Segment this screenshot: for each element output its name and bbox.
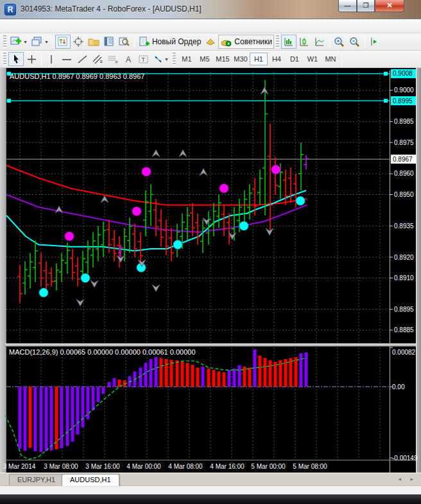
fibonacci-button[interactable]: F	[105, 52, 121, 66]
tab-eurjpy[interactable]: EURJPY,H1	[9, 474, 64, 485]
crosshair-tool-icon	[27, 55, 37, 64]
timeframe-m5[interactable]: M5	[196, 53, 214, 65]
signal-dot-cyan	[239, 221, 248, 230]
line-chart-button[interactable]	[312, 35, 327, 49]
macd-histogram-bar	[202, 367, 205, 387]
close-button[interactable]: ✕	[375, 0, 404, 12]
data-window-icon	[119, 37, 130, 47]
macd-header: MACD(12,26,9) 0.00065 0.00000 0.00000 0.…	[9, 348, 196, 356]
time-axis-label: 5 Mar 00:00	[251, 463, 286, 470]
macd-histogram-bar	[113, 378, 116, 387]
svg-text:T: T	[142, 56, 146, 63]
candlestick-button[interactable]	[296, 35, 312, 49]
minimize-button[interactable]: —	[338, 0, 357, 12]
macd-histogram-bar	[40, 387, 43, 452]
macd-histogram-bar	[186, 363, 189, 387]
standard-toolbar: ▼ ▼ Новый Ордер Сов	[0, 33, 421, 51]
tab-scroll-arrows[interactable]: ◂ ▸	[398, 476, 417, 482]
price-axis-label: 0.8920	[394, 254, 414, 261]
macd-histogram-bar	[223, 373, 226, 387]
restore-button[interactable]: ❐	[357, 0, 375, 12]
toolbar-grip[interactable]	[173, 53, 176, 65]
macd-histogram-bar	[170, 360, 173, 387]
svg-text:E: E	[100, 60, 103, 63]
crosshair-tool-button[interactable]	[24, 52, 39, 66]
macd-axis-label: -0.00149	[392, 455, 418, 462]
timeframe-m1[interactable]: M1	[178, 53, 196, 65]
chart-canvas[interactable]: 0.90000.89850.89750.89600.89500.89350.89…	[0, 68, 421, 473]
timeframe-d1[interactable]: D1	[286, 53, 304, 65]
pane-divider[interactable]	[5, 344, 416, 346]
vertical-line-button[interactable]	[44, 52, 59, 66]
price-axis-label: 0.8895	[394, 306, 414, 313]
macd-histogram-bar	[259, 356, 262, 387]
timeframe-mn[interactable]: MN	[322, 53, 339, 65]
toolbar-grip[interactable]	[3, 35, 6, 48]
tab-label: AUDUSD,H1	[70, 476, 111, 483]
chart-shift-button[interactable]	[367, 35, 382, 49]
macd-histogram-bar	[218, 371, 221, 387]
trendline-button[interactable]	[74, 52, 90, 66]
chart-tabs-bar: EURJPY,H1 AUDUSD,H1 ◂ ▸	[0, 473, 421, 485]
tab-audusd[interactable]: AUDUSD,H1	[62, 474, 119, 486]
line-chart-icon	[314, 37, 325, 47]
status-bar: Default 522/2 kb	[0, 485, 421, 494]
toolbar-separator	[134, 35, 135, 48]
macd-histogram-bar	[60, 387, 64, 448]
zoom-out-button[interactable]	[347, 35, 363, 49]
market-watch-button[interactable]	[101, 35, 117, 49]
macd-histogram-bar	[181, 362, 184, 387]
bar-chart-button[interactable]	[281, 35, 296, 49]
signal-dot-cyan	[173, 240, 182, 249]
price-axis-label: 0.8910	[394, 274, 414, 281]
trendline-icon	[78, 55, 87, 64]
timeframe-m15[interactable]: M15	[214, 53, 232, 65]
arrows-tool-button[interactable]: ▼	[151, 52, 171, 66]
crosshair-button[interactable]	[71, 35, 86, 49]
macd-histogram-bar	[191, 365, 194, 387]
price-marker-label: 0.8967	[393, 156, 413, 163]
zoom-out-icon	[349, 37, 360, 47]
level-line-handle[interactable]	[384, 72, 388, 76]
title-bar[interactable]: R 3014953: MetaTrader 4 - RoboForex - [A…	[0, 0, 421, 19]
dropdown-caret-icon: ▼	[164, 57, 169, 62]
macd-histogram-bar	[305, 352, 308, 387]
price-marker-label: 0.9008	[393, 70, 413, 77]
toolbar-separator	[365, 35, 365, 48]
equidistant-channel-button[interactable]: E	[90, 52, 105, 66]
timeframe-h4[interactable]: H4	[268, 53, 286, 65]
macd-histogram-bar	[207, 369, 210, 387]
new-chart-button[interactable]: ▼	[8, 35, 30, 49]
horizontal-line-button[interactable]	[59, 52, 74, 66]
metatrader-window: R 3014953: MetaTrader 4 - RoboForex - [A…	[0, 0, 421, 504]
macd-histogram-bar	[97, 387, 100, 402]
expert-advisors-toggle[interactable]: Советники	[218, 35, 274, 49]
signal-dot-magenta	[219, 184, 228, 193]
app-icon: R	[4, 4, 16, 15]
data-window-button[interactable]	[117, 35, 132, 49]
tick-chart-button[interactable]	[55, 35, 71, 49]
profiles-icon	[31, 37, 43, 47]
profiles-button[interactable]: ▼	[30, 35, 51, 49]
toolbar-grip[interactable]	[276, 35, 279, 48]
expert-properties-button[interactable]	[203, 35, 218, 49]
macd-histogram-bar	[300, 353, 303, 387]
templates-button[interactable]	[86, 35, 101, 49]
new-order-button[interactable]: Новый Ордер	[137, 35, 203, 49]
vertical-line-icon	[47, 55, 55, 64]
timeframe-w1[interactable]: W1	[304, 53, 322, 65]
cursor-button[interactable]	[8, 52, 24, 66]
zoom-in-icon	[334, 37, 345, 47]
macd-histogram-bar	[248, 367, 252, 387]
price-axis-label: 0.9000	[394, 87, 414, 94]
text-button[interactable]: A	[121, 52, 136, 66]
timeframe-h1[interactable]: H1	[250, 53, 268, 65]
level-line-handle[interactable]	[7, 99, 11, 103]
timeframe-m30[interactable]: M30	[232, 53, 250, 65]
zoom-in-button[interactable]	[332, 35, 347, 49]
macd-histogram-bar	[24, 387, 27, 451]
text-label-button[interactable]: T	[136, 52, 151, 66]
new-order-icon	[139, 37, 150, 47]
level-line-handle[interactable]	[384, 99, 388, 103]
toolbar-grip[interactable]	[3, 53, 6, 65]
